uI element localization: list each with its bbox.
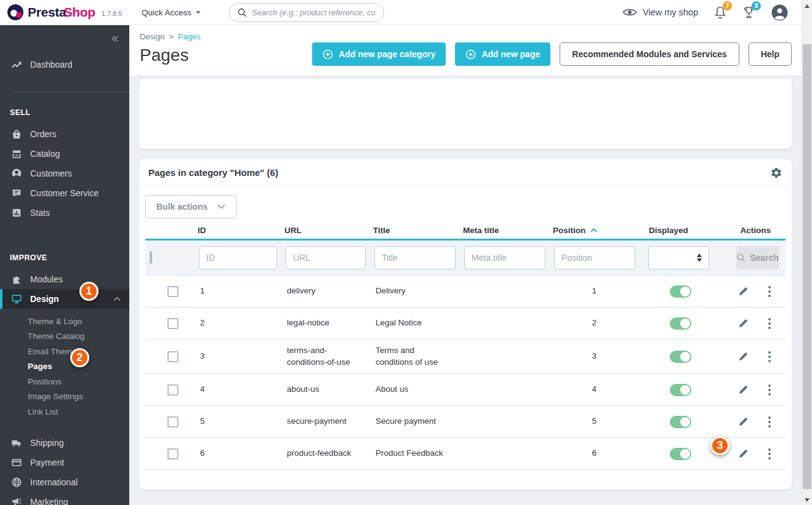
displayed-toggle[interactable] <box>670 416 691 428</box>
sidebar-item-link-list[interactable]: Link List <box>0 404 129 420</box>
filter-displayed-select[interactable] <box>648 246 709 269</box>
row-checkbox[interactable] <box>167 384 179 396</box>
sidebar-item-modules[interactable]: Modules <box>0 269 129 289</box>
row-checkbox[interactable] <box>167 351 179 362</box>
brand-shop: Shop <box>63 5 95 20</box>
sidebar-item-dashboard[interactable]: Dashboard <box>0 54 129 76</box>
column-header-displayed[interactable]: Displayed <box>640 226 732 235</box>
vertical-scrollbar[interactable] <box>802 0 812 505</box>
panel-title: Pages in category "Home" (6) <box>148 167 278 178</box>
cell-position: 3 <box>550 351 640 362</box>
sidebar-item-design[interactable]: Design <box>0 289 129 309</box>
row-actions-menu[interactable] <box>766 350 773 364</box>
announcements-trophy[interactable]: 8 <box>742 6 755 19</box>
column-header-id[interactable]: ID <box>195 226 281 235</box>
view-my-shop-link[interactable]: View my shop <box>622 7 698 17</box>
filter-search-button[interactable]: Search <box>736 246 779 269</box>
displayed-toggle[interactable] <box>670 448 691 460</box>
global-search[interactable] <box>229 3 384 22</box>
sidebar-item-label: Dashboard <box>30 60 73 70</box>
scroll-up-arrow-icon[interactable] <box>805 4 810 8</box>
sidebar-item-email-theme[interactable]: Email Theme <box>0 344 129 359</box>
add-new-page-button[interactable]: Add new page <box>455 42 550 66</box>
edit-button[interactable] <box>738 317 749 329</box>
cell-title: Terms and conditions of use <box>370 345 460 367</box>
sidebar-item-theme-logo[interactable]: Theme & Logo <box>0 314 129 329</box>
sidebar-item-catalog[interactable]: Catalog <box>0 144 129 164</box>
recommended-modules-button[interactable]: Recommended Modules and Services <box>560 42 739 66</box>
row-actions-menu[interactable] <box>766 447 773 461</box>
sidebar-section-improve: IMPROVE <box>0 223 129 269</box>
design-submenu: Theme & Logo Theme Catalog Email Theme P… <box>0 309 129 423</box>
scroll-down-arrow-icon[interactable] <box>805 498 810 502</box>
displayed-toggle[interactable] <box>670 351 691 363</box>
pencil-icon <box>738 317 749 329</box>
grid-settings-button[interactable] <box>770 167 782 179</box>
cell-title: Product Feedback <box>370 448 460 459</box>
table-row[interactable]: 2 legal-notice Legal Notice 2 <box>145 308 786 340</box>
row-actions-menu[interactable] <box>766 285 773 298</box>
sidebar-item-positions[interactable]: Positions <box>0 374 129 389</box>
notifications-count-badge: 7 <box>723 1 732 10</box>
notifications-bell[interactable]: 7 <box>714 6 726 19</box>
column-header-url[interactable]: URL <box>281 226 370 235</box>
cell-title: About us <box>370 384 460 395</box>
breadcrumb-current[interactable]: Pages <box>178 32 201 41</box>
user-avatar[interactable] <box>771 4 788 21</box>
sidebar-item-customer-service[interactable]: Customer Service <box>0 183 129 203</box>
row-actions-menu[interactable] <box>766 317 773 330</box>
column-header-meta-title[interactable]: Meta title <box>460 226 550 235</box>
edit-button[interactable] <box>738 448 749 459</box>
sidebar-item-stats[interactable]: Stats <box>0 203 129 223</box>
edit-button[interactable] <box>738 384 749 396</box>
edit-button[interactable] <box>738 285 749 297</box>
row-checkbox[interactable] <box>167 318 179 329</box>
filter-meta-title-input[interactable] <box>464 246 545 269</box>
table-row[interactable]: 4 about-us About us 4 <box>145 374 786 406</box>
filter-url-input[interactable] <box>286 246 366 269</box>
filter-position-input[interactable] <box>554 246 635 269</box>
sidebar-item-shipping[interactable]: Shipping <box>0 433 129 453</box>
row-checkbox[interactable] <box>167 416 179 427</box>
quick-access-menu[interactable]: Quick Access <box>142 8 201 17</box>
sidebar-item-marketing[interactable]: Marketing <box>0 492 129 505</box>
bulk-actions-button[interactable]: Bulk actions <box>145 195 236 218</box>
table-row[interactable]: 3 terms-and-conditions-of-use Terms and … <box>145 340 786 374</box>
globe-icon <box>11 477 22 488</box>
displayed-toggle[interactable] <box>670 285 691 298</box>
add-new-page-category-button[interactable]: Add new page category <box>312 42 446 66</box>
sidebar-item-international[interactable]: International <box>0 472 129 492</box>
sidebar-item-orders[interactable]: Orders <box>0 124 129 144</box>
row-checkbox[interactable] <box>167 286 179 297</box>
row-checkbox[interactable] <box>167 448 179 459</box>
edit-button[interactable] <box>738 351 749 362</box>
displayed-toggle[interactable] <box>670 317 691 330</box>
select-all-checkbox[interactable] <box>150 251 152 264</box>
displayed-toggle[interactable] <box>670 384 691 396</box>
row-actions-menu[interactable] <box>766 383 773 397</box>
table-row[interactable]: 6 product-feedback Product Feedback 6 <box>145 438 786 470</box>
row-actions-menu[interactable] <box>766 415 773 429</box>
sidebar-item-customers[interactable]: Customers <box>0 164 129 183</box>
pages-list-panel: Pages in category "Home" (6) Bulk action… <box>139 159 792 490</box>
filter-id-input[interactable] <box>199 246 277 269</box>
table-row[interactable]: 5 secure-payment Secure payment 5 <box>145 406 786 438</box>
sidebar-item-image-settings[interactable]: Image Settings <box>0 389 129 405</box>
cell-position: 4 <box>550 384 640 395</box>
column-header-position[interactable]: Position <box>550 226 640 235</box>
table-row[interactable]: 1 delivery Delivery 1 <box>145 276 786 308</box>
quick-access-label: Quick Access <box>142 8 191 17</box>
prestashop-logo[interactable]: Presta Shop 1.7.8.5 <box>0 4 132 20</box>
column-header-title[interactable]: Title <box>370 226 460 235</box>
sidebar-item-theme-catalog[interactable]: Theme Catalog <box>0 329 129 344</box>
chevron-up-icon <box>113 296 121 301</box>
filter-title-input[interactable] <box>374 246 456 269</box>
search-input[interactable] <box>252 8 376 17</box>
sidebar-item-payment[interactable]: Payment <box>0 453 129 472</box>
breadcrumb-parent[interactable]: Design <box>140 32 164 41</box>
edit-button[interactable] <box>738 416 749 427</box>
scrollbar-thumb[interactable] <box>803 44 811 489</box>
help-button[interactable]: Help <box>749 42 792 66</box>
sidebar-collapse-button[interactable]: « <box>111 31 118 44</box>
sidebar-item-pages[interactable]: Pages <box>0 359 129 375</box>
